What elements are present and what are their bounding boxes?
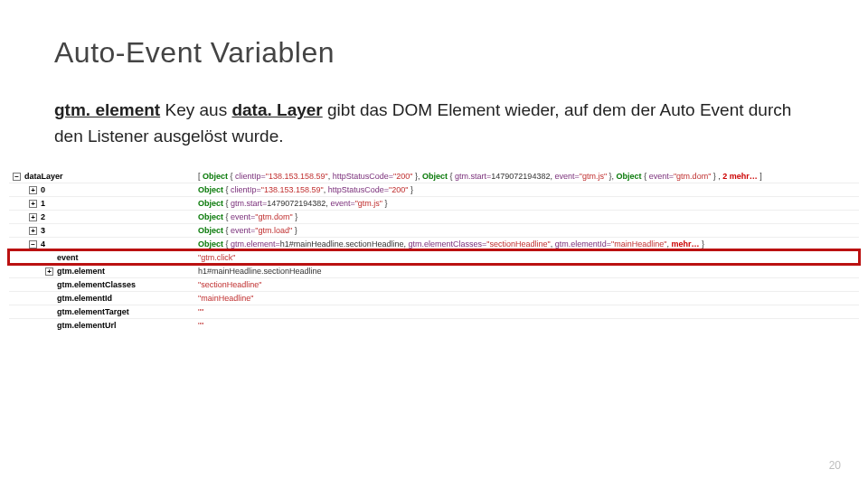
toggle-icon[interactable]: + bbox=[29, 200, 37, 208]
debug-panel: −dataLayer [ Object { clientIp="138.153.… bbox=[9, 170, 859, 332]
slide-body: gtm. element Key aus data. Layer gibt da… bbox=[54, 97, 814, 150]
toggle-icon[interactable]: − bbox=[29, 240, 37, 249]
row-prop-gtm-elementTarget[interactable]: gtm.elementTarget "" bbox=[9, 305, 859, 318]
row-index-4[interactable]: −4 Object { gtm.element=h1#mainHeadline.… bbox=[9, 237, 859, 250]
row-index-1[interactable]: +1 Object { gtm.start=1479072194382, eve… bbox=[9, 196, 859, 210]
row-prop-event[interactable]: event "gtm.click" bbox=[9, 250, 859, 264]
page-number: 20 bbox=[829, 459, 841, 472]
row-prop-gtm-elementClasses[interactable]: gtm.elementClasses "sectionHeadline" bbox=[9, 277, 859, 291]
row-datalayer[interactable]: −dataLayer [ Object { clientIp="138.153.… bbox=[9, 170, 859, 183]
row-index-3[interactable]: +3 Object { event="gtm.load" } bbox=[9, 223, 859, 237]
row-prop-gtm-element[interactable]: +gtm.element h1#mainHeadline.sectionHead… bbox=[9, 264, 859, 277]
row-prop-gtm-elementId[interactable]: gtm.elementId "mainHeadline" bbox=[9, 291, 859, 305]
toggle-icon[interactable]: + bbox=[29, 186, 37, 194]
toggle-icon[interactable]: + bbox=[29, 227, 37, 235]
expand-icon[interactable]: + bbox=[45, 267, 53, 276]
toggle-icon[interactable]: + bbox=[29, 213, 37, 221]
row-index-0[interactable]: +0 Object { clientIp="138.153.158.59", h… bbox=[9, 183, 859, 196]
row-index-2[interactable]: +2 Object { event="gtm.dom" } bbox=[9, 210, 859, 223]
slide-title: Auto-Event Variablen bbox=[54, 36, 814, 70]
row-prop-gtm-elementUrl[interactable]: gtm.elementUrl "" bbox=[9, 318, 859, 332]
collapse-icon[interactable]: − bbox=[13, 173, 21, 181]
